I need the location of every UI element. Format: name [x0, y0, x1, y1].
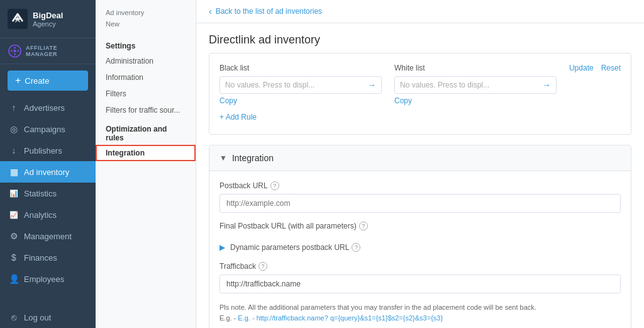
- sub-nav-administration[interactable]: Administration: [96, 53, 196, 69]
- advertisers-icon: ↑: [9, 103, 19, 113]
- plus-icon: +: [15, 75, 21, 86]
- list-card: Black list No values. Press to displ... …: [209, 53, 631, 135]
- sub-nav-filters-traffic[interactable]: Filters for traffic sour...: [96, 102, 196, 118]
- black-list-input[interactable]: No values. Press to displ... →: [219, 76, 382, 94]
- list-actions: Update Reset: [569, 64, 621, 72]
- back-link[interactable]: Back to the list of ad inventories: [216, 7, 322, 16]
- update-link[interactable]: Update: [569, 64, 594, 72]
- sidebar-label: Publishers: [24, 146, 62, 156]
- sidebar-item-finances[interactable]: $ Finances: [0, 247, 96, 268]
- dynamic-params-label-text: Dynamic parameters postback URL: [230, 243, 349, 252]
- ad-inventory-icon: ▦: [9, 167, 19, 177]
- create-label: Create: [25, 76, 49, 86]
- white-list-arrow-icon[interactable]: →: [542, 80, 551, 90]
- sidebar-item-logout[interactable]: ⎋ Log out: [0, 307, 96, 328]
- black-list-copy[interactable]: Copy: [219, 96, 382, 105]
- sidebar-label: Advertisers: [24, 103, 65, 113]
- create-button[interactable]: + Create: [8, 71, 88, 91]
- reset-link[interactable]: Reset: [601, 64, 621, 72]
- postback-url-label-text: Postback URL: [219, 181, 268, 190]
- integration-card: ▼ Integration Postback URL ? Final Postb…: [209, 145, 631, 328]
- final-postback-label-text: Final Postback URL (with all parameters): [219, 222, 357, 230]
- final-postback-label: Final Postback URL (with all parameters)…: [219, 222, 621, 230]
- note-example-prefix: E.g. -: [219, 314, 238, 322]
- statistics-icon: 📊: [9, 188, 19, 198]
- logout-icon: ⎋: [9, 312, 19, 322]
- sidebar-item-publishers[interactable]: ↓ Publishers: [0, 140, 96, 161]
- list-card-inner: Black list No values. Press to displ... …: [209, 54, 631, 134]
- sub-nav-integration[interactable]: Integration: [96, 145, 196, 161]
- logo-area: BigDeal Agency: [0, 0, 96, 38]
- note-main-text: Pls note. All the additional parameters …: [219, 303, 536, 311]
- page-title: Directlink ad inventory: [196, 23, 644, 53]
- white-list-label: White list: [394, 64, 557, 72]
- affiliate-icon: [8, 43, 22, 59]
- employees-icon: 👤: [9, 274, 19, 284]
- sub-sidebar: Ad inventory New Settings Administration…: [96, 0, 196, 328]
- sidebar-label: Finances: [24, 253, 57, 263]
- dynamic-params-row: ▶ Dynamic parameters postback URL ?: [219, 239, 621, 256]
- black-list-placeholder: No values. Press to displ...: [225, 81, 364, 89]
- finances-icon: $: [9, 252, 19, 263]
- sub-section-settings: Settings: [96, 35, 196, 53]
- sub-sidebar-header: Ad inventory: [96, 0, 196, 19]
- note-example-link: E.g. - http://trafficback.name? q={query…: [238, 314, 443, 322]
- campaigns-icon: ◎: [9, 124, 19, 134]
- note-text: Pls note. All the additional parameters …: [219, 302, 621, 323]
- postback-url-info-icon[interactable]: ?: [270, 181, 279, 190]
- main-content: ‹ Back to the list of ad inventories Dir…: [196, 0, 644, 328]
- black-list-col: Black list No values. Press to displ... …: [219, 64, 382, 105]
- final-postback-info-icon[interactable]: ?: [359, 222, 368, 230]
- sidebar-item-statistics[interactable]: 📊 Statistics: [0, 183, 96, 204]
- sidebar-label: Campaigns: [24, 125, 65, 134]
- add-rule-link[interactable]: + Add Rule: [219, 110, 621, 124]
- sidebar: BigDeal Agency AFFILIATE MANAGER + Creat…: [0, 0, 96, 328]
- sidebar-item-analytics[interactable]: 📈 Analytics: [0, 204, 96, 225]
- integration-section-header[interactable]: ▼ Integration: [209, 145, 631, 171]
- sidebar-label: Management: [24, 232, 72, 241]
- sidebar-item-management[interactable]: ⚙ Management: [0, 225, 96, 247]
- black-list-arrow-icon[interactable]: →: [367, 80, 376, 90]
- white-list-copy[interactable]: Copy: [394, 96, 557, 105]
- sub-sidebar-sub: New: [96, 19, 196, 35]
- content-area: Black list No values. Press to displ... …: [196, 53, 644, 328]
- postback-url-input[interactable]: [219, 194, 621, 213]
- sub-nav-information[interactable]: Information: [96, 69, 196, 86]
- white-list-col: White list No values. Press to displ... …: [394, 64, 557, 105]
- logo-text: BigDeal Agency: [33, 11, 63, 28]
- postback-url-group: Postback URL ?: [219, 181, 621, 213]
- sidebar-item-advertisers[interactable]: ↑ Advertisers: [0, 97, 96, 118]
- back-arrow-icon: ‹: [209, 6, 212, 16]
- svg-point-2: [14, 50, 16, 52]
- trafficback-label-text: Trafficback: [219, 262, 256, 271]
- sidebar-item-ad-inventory[interactable]: ▦ Ad inventory: [0, 161, 96, 183]
- black-list-label: Black list: [219, 64, 382, 72]
- sidebar-label: Ad inventory: [24, 167, 69, 177]
- sidebar-item-employees[interactable]: 👤 Employees: [0, 268, 96, 290]
- dynamic-params-label: Dynamic parameters postback URL ?: [230, 243, 360, 252]
- integration-chevron-icon: ▼: [219, 154, 227, 162]
- sidebar-item-campaigns[interactable]: ◎ Campaigns: [0, 118, 96, 140]
- sub-nav-filters[interactable]: Filters: [96, 86, 196, 102]
- final-postback-group: Final Postback URL (with all parameters)…: [219, 222, 621, 230]
- trafficback-info-icon[interactable]: ?: [258, 262, 267, 271]
- affiliate-label: AFFILIATE MANAGER: [26, 45, 88, 57]
- logo-icon: [8, 9, 28, 29]
- trafficback-group: Trafficback ?: [219, 262, 621, 293]
- affiliate-badge: AFFILIATE MANAGER: [0, 38, 96, 64]
- sidebar-label: Analytics: [24, 210, 57, 220]
- top-bar: ‹ Back to the list of ad inventories: [196, 0, 644, 23]
- dynamic-params-arrow-icon[interactable]: ▶: [219, 243, 225, 252]
- trafficback-input[interactable]: [219, 274, 621, 293]
- publishers-icon: ↓: [9, 145, 19, 156]
- white-list-input[interactable]: No values. Press to displ... →: [394, 76, 557, 94]
- management-icon: ⚙: [9, 231, 19, 241]
- analytics-icon: 📈: [9, 210, 19, 220]
- dynamic-params-info-icon[interactable]: ?: [352, 243, 360, 252]
- sidebar-label: Log out: [24, 313, 51, 322]
- sidebar-label: Employees: [24, 274, 64, 284]
- sub-section-optimization: Optimization and rules: [96, 118, 196, 145]
- list-row: Black list No values. Press to displ... …: [219, 64, 621, 105]
- integration-section-title: Integration: [232, 153, 274, 163]
- trafficback-label: Trafficback ?: [219, 262, 621, 271]
